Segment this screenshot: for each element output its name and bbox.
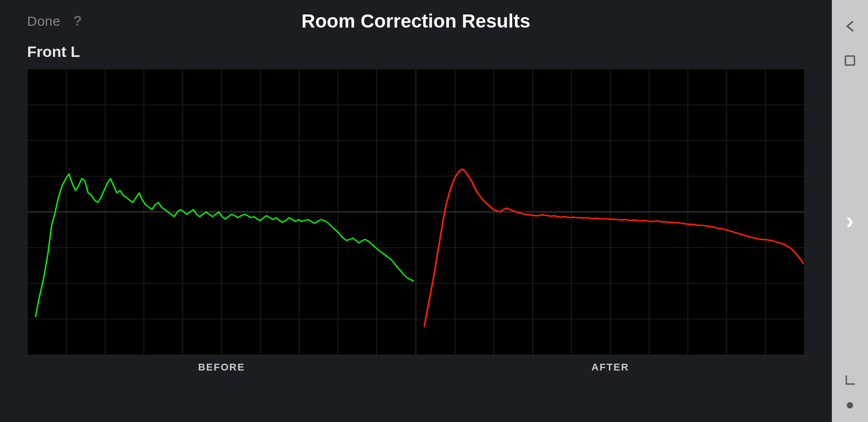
dot-indicator bbox=[847, 402, 853, 408]
charts-container: BEFORE bbox=[27, 69, 805, 376]
sidebar: › bbox=[832, 0, 868, 422]
next-chevron: › bbox=[846, 209, 854, 232]
before-label: BEFORE bbox=[27, 355, 416, 376]
after-label: AFTER bbox=[416, 355, 805, 376]
before-chart-section: BEFORE bbox=[27, 69, 416, 376]
next-button[interactable]: › bbox=[834, 78, 866, 363]
header: Done ? Room Correction Results bbox=[27, 0, 805, 38]
main-content: Done ? Room Correction Results Front L bbox=[0, 0, 832, 422]
after-chart bbox=[416, 69, 805, 355]
done-button[interactable]: Done bbox=[27, 14, 61, 29]
svg-rect-32 bbox=[845, 56, 854, 65]
speaker-label: Front L bbox=[27, 43, 805, 61]
sidebar-square-icon[interactable] bbox=[832, 43, 868, 78]
page-title: Room Correction Results bbox=[302, 10, 530, 32]
help-icon[interactable]: ? bbox=[73, 13, 82, 29]
sidebar-corner-icon[interactable] bbox=[832, 363, 868, 398]
after-chart-section: AFTER bbox=[416, 69, 805, 376]
sidebar-back-icon[interactable] bbox=[832, 9, 868, 43]
before-chart bbox=[27, 69, 416, 355]
